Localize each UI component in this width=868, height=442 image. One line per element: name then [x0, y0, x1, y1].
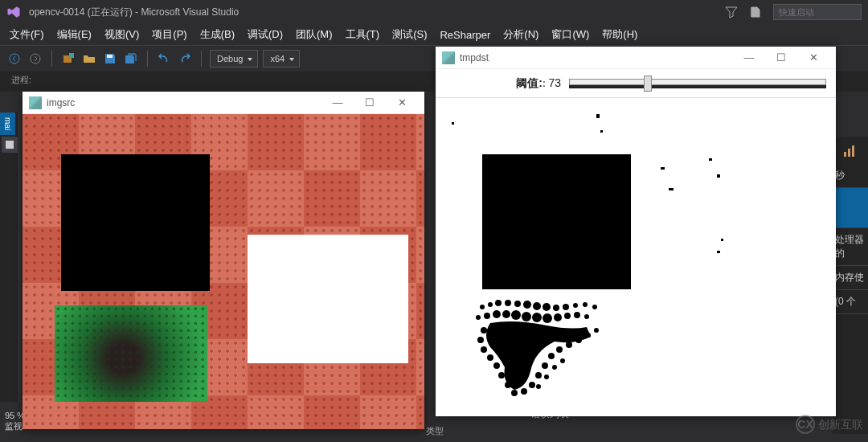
- window-imgsrc: imgsrc — ☐ ✕: [23, 92, 424, 429]
- vs-titlebar: opencv-0014 (正在运行) - Microsoft Visual St…: [0, 0, 868, 24]
- right-item-cpu: 处理器的: [833, 228, 868, 266]
- svg-point-31: [564, 313, 571, 319]
- svg-point-49: [575, 337, 582, 343]
- svg-point-20: [583, 302, 588, 307]
- svg-rect-8: [852, 145, 854, 157]
- svg-point-19: [573, 303, 578, 308]
- menu-view[interactable]: 视图(V): [98, 24, 145, 45]
- svg-point-32: [574, 312, 580, 318]
- imgsrc-canvas: [23, 114, 424, 429]
- svg-point-36: [481, 346, 487, 353]
- minimize-button[interactable]: —: [321, 92, 354, 114]
- window-tmpdst-title: tmpdst: [460, 52, 489, 63]
- svg-point-47: [556, 346, 563, 353]
- svg-point-23: [484, 313, 490, 319]
- maximize-button[interactable]: ☐: [765, 47, 797, 69]
- threshold-value: 73: [548, 76, 561, 89]
- svg-point-1: [31, 54, 40, 63]
- svg-rect-5: [6, 141, 14, 149]
- nav-fwd-icon[interactable]: [27, 51, 43, 67]
- menu-tools[interactable]: 工具(T): [339, 24, 387, 45]
- threshold-slider[interactable]: [569, 76, 826, 92]
- open-icon[interactable]: [81, 51, 97, 67]
- threshold-black-rect: [482, 154, 631, 289]
- svg-point-54: [544, 374, 549, 379]
- svg-point-37: [487, 354, 493, 361]
- sidebar-tab-main[interactable]: mai: [0, 113, 15, 135]
- svg-point-18: [563, 304, 569, 310]
- svg-point-22: [476, 315, 481, 320]
- threshold-toolbar: 阈值:: 73: [436, 69, 836, 98]
- notification-icon[interactable]: [749, 6, 762, 18]
- platform-dropdown[interactable]: x64: [263, 50, 300, 68]
- minimize-button[interactable]: —: [733, 47, 765, 69]
- menu-resharper[interactable]: ReSharper: [433, 26, 497, 44]
- new-project-icon[interactable]: [60, 51, 76, 67]
- threshold-blob: [466, 295, 627, 407]
- right-item-mem: 内存使: [833, 266, 868, 290]
- maximize-button[interactable]: ☐: [354, 92, 386, 114]
- right-item-selected[interactable]: [833, 188, 868, 228]
- window-imgsrc-titlebar[interactable]: imgsrc — ☐ ✕: [23, 92, 424, 114]
- menu-team[interactable]: 团队(M): [289, 24, 339, 45]
- menu-build[interactable]: 生成(B): [194, 24, 241, 45]
- save-icon[interactable]: [102, 51, 118, 67]
- black-rect: [61, 154, 210, 291]
- svg-point-29: [542, 313, 552, 323]
- menu-help[interactable]: 帮助(H): [596, 24, 644, 45]
- menu-analyze[interactable]: 分析(N): [497, 24, 545, 45]
- right-item-events: (0 个: [833, 290, 868, 314]
- svg-point-12: [505, 300, 511, 306]
- svg-rect-6: [844, 152, 846, 157]
- svg-point-44: [535, 372, 542, 379]
- svg-rect-3: [69, 53, 74, 58]
- svg-point-41: [511, 390, 518, 396]
- menu-file[interactable]: 文件(F): [3, 24, 51, 45]
- undo-icon[interactable]: [156, 51, 172, 67]
- window-tmpdst-titlebar[interactable]: tmpdst — ☐ ✕: [436, 47, 836, 69]
- config-dropdown[interactable]: Debug: [210, 50, 258, 68]
- right-item-sec: 秒: [833, 164, 868, 188]
- save-all-icon[interactable]: [123, 51, 139, 67]
- svg-point-51: [594, 328, 599, 333]
- menu-edit[interactable]: 编辑(E): [51, 24, 98, 45]
- window-imgsrc-title: imgsrc: [47, 97, 75, 108]
- svg-point-48: [566, 342, 572, 348]
- menu-debug[interactable]: 调试(D): [241, 24, 289, 45]
- svg-point-15: [533, 302, 541, 310]
- filter-icon[interactable]: [725, 6, 738, 18]
- svg-point-30: [554, 313, 562, 321]
- menu-project[interactable]: 项目(P): [145, 24, 193, 45]
- close-button[interactable]: ✕: [386, 92, 418, 114]
- svg-point-40: [505, 382, 511, 388]
- svg-point-42: [521, 388, 527, 395]
- status-type: 类型: [426, 425, 444, 437]
- redo-icon[interactable]: [177, 51, 193, 67]
- svg-point-27: [522, 312, 531, 321]
- menu-window[interactable]: 窗口(W): [545, 24, 596, 45]
- svg-point-13: [514, 301, 521, 307]
- svg-point-17: [553, 305, 559, 311]
- close-button[interactable]: ✕: [797, 47, 829, 69]
- menu-test[interactable]: 测试(S): [386, 24, 433, 45]
- vs-menubar: 文件(F) 编辑(E) 视图(V) 项目(P) 生成(B) 调试(D) 团队(M…: [0, 24, 868, 45]
- left-sidebar: mai: [0, 113, 19, 402]
- diagnostics-icon[interactable]: [833, 137, 868, 164]
- watermark-logo: CX创新互联: [796, 415, 863, 434]
- sidebar-pinned-icon[interactable]: [2, 137, 18, 153]
- svg-point-10: [488, 302, 493, 307]
- svg-point-25: [502, 310, 510, 318]
- title-app: Microsoft Visual Studio: [141, 6, 239, 18]
- svg-point-21: [592, 305, 597, 309]
- svg-point-55: [536, 384, 541, 389]
- svg-point-50: [586, 333, 591, 338]
- svg-point-28: [532, 313, 542, 322]
- quick-launch-input[interactable]: [773, 4, 862, 20]
- slider-thumb-icon[interactable]: [644, 76, 652, 92]
- svg-point-34: [481, 327, 487, 334]
- nav-back-icon[interactable]: [6, 51, 23, 67]
- green-rect: [55, 305, 207, 402]
- tmpdst-canvas: [436, 98, 836, 416]
- svg-point-38: [493, 362, 500, 369]
- svg-rect-4: [107, 55, 113, 58]
